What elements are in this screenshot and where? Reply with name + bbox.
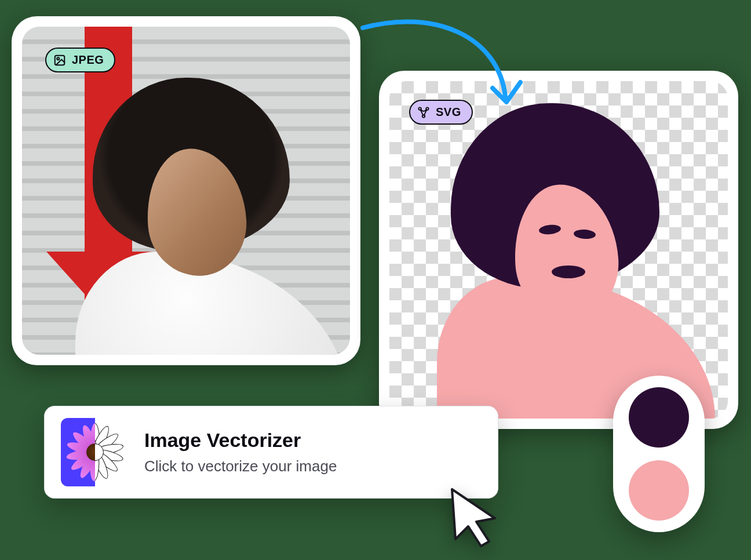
svg-format-badge: SVG	[409, 100, 473, 125]
source-jpeg-card: JPEG	[12, 16, 360, 365]
vector-subject	[425, 103, 715, 416]
vectorizer-text: Image Vectorizer Click to vectorize your…	[144, 429, 337, 475]
jpeg-badge-label: JPEG	[72, 53, 104, 67]
vectorizer-title: Image Vectorizer	[144, 429, 337, 452]
flower-half-vector-icon	[61, 418, 129, 486]
photo-subject	[75, 78, 342, 355]
result-svg-card: SVG	[379, 71, 738, 429]
palette-swatch-dark[interactable]	[629, 387, 689, 448]
source-jpeg-image: JPEG	[22, 27, 350, 355]
color-palette	[613, 376, 705, 532]
svg-point-1	[57, 57, 59, 60]
vectorizer-subtitle: Click to vectorize your image	[144, 457, 337, 475]
vector-pen-icon	[417, 106, 430, 119]
result-svg-canvas: SVG	[389, 81, 728, 419]
palette-swatch-pink[interactable]	[629, 460, 689, 521]
svg-badge-label: SVG	[436, 106, 461, 119]
image-vectorizer-button[interactable]: Image Vectorizer Click to vectorize your…	[44, 406, 498, 499]
jpeg-format-badge: JPEG	[45, 48, 115, 72]
pointer-cursor-icon	[447, 486, 503, 550]
image-icon	[53, 54, 66, 67]
